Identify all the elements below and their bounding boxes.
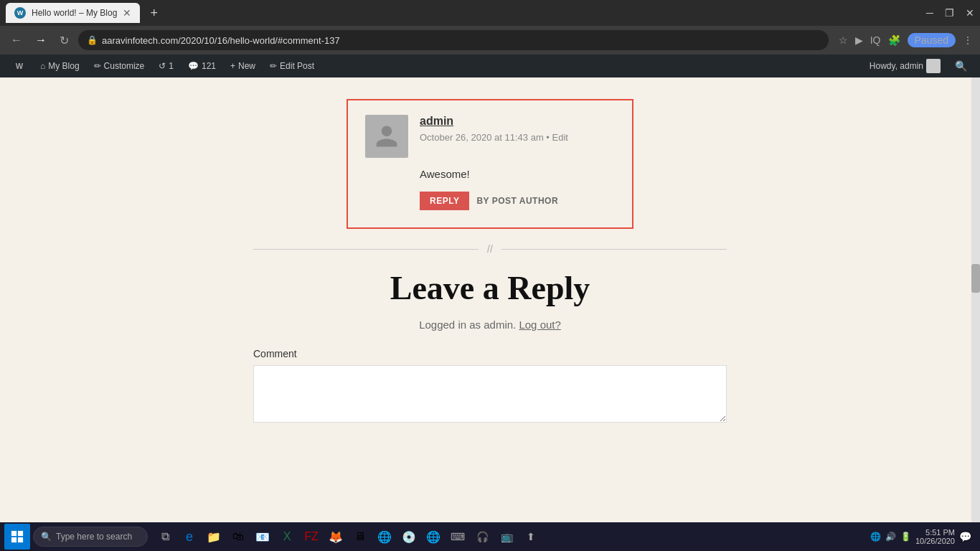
- logout-link[interactable]: Log out?: [519, 319, 560, 331]
- extensions-icon[interactable]: 🧩: [888, 34, 900, 46]
- section-divider: //: [239, 243, 741, 255]
- updates-count: 1: [169, 61, 174, 71]
- taskbar-network-icon: 🌐: [870, 532, 881, 542]
- windows-logo-icon: [11, 530, 24, 543]
- taskbar: 🔍 Type here to search ⧉ e 📁 🛍 📧 X FZ 🦊 🖥…: [0, 522, 980, 551]
- lock-icon: 🔒: [87, 35, 98, 45]
- taskbar-app-excel[interactable]: X: [275, 525, 298, 548]
- taskbar-app-firefox[interactable]: 🦊: [324, 525, 347, 548]
- svg-rect-3: [18, 537, 23, 542]
- iq-icon[interactable]: IQ: [870, 34, 881, 46]
- editpost-icon: ✏: [270, 61, 277, 71]
- adminbar-howdy[interactable]: Howdy, admin: [864, 55, 946, 77]
- taskbar-volume-icon: 🔊: [885, 532, 896, 542]
- taskview-button[interactable]: ⧉: [154, 525, 176, 548]
- url-text: aaravinfotech.com/2020/10/16/hello-world…: [102, 35, 340, 46]
- new-icon: +: [230, 61, 235, 71]
- adminbar-right: Howdy, admin 🔍: [864, 55, 973, 77]
- taskbar-app-more[interactable]: ⬆: [519, 525, 542, 548]
- comment-author[interactable]: admin: [420, 115, 615, 128]
- leave-reply-section: Leave a Reply Logged in as admin. Log ou…: [239, 269, 741, 425]
- forward-button[interactable]: →: [32, 32, 50, 48]
- avatar: [365, 115, 408, 158]
- divider-line-left: [253, 249, 479, 250]
- taskbar-app-vlc[interactable]: 📺: [495, 525, 518, 548]
- taskbar-app-filezilla[interactable]: FZ: [300, 525, 323, 548]
- media-icon[interactable]: ▶: [855, 34, 863, 46]
- comment-header: admin October 26, 2020 at 11:43 am • Edi…: [365, 115, 615, 158]
- taskbar-app-9[interactable]: 🌐: [373, 525, 396, 548]
- adminbar-search-icon[interactable]: 🔍: [949, 60, 973, 72]
- myblog-icon: ⌂: [40, 61, 45, 71]
- comment-textarea[interactable]: [253, 365, 727, 423]
- taskbar-battery-icon: 🔋: [900, 532, 911, 542]
- taskbar-app-keyboard[interactable]: ⌨: [446, 525, 469, 548]
- adminbar-updates[interactable]: ↺ 1: [153, 55, 179, 77]
- comment-date: October 26, 2020 at 11:43 am • Edit: [420, 132, 568, 143]
- taskbar-app-store[interactable]: 🛍: [227, 525, 250, 548]
- window-controls: ─ ❐ ✕: [926, 7, 974, 19]
- taskbar-app-edge[interactable]: e: [178, 525, 201, 548]
- logged-in-text: Logged in as admin. Log out?: [253, 319, 727, 331]
- scrollbar[interactable]: [971, 77, 980, 522]
- admin-avatar: [926, 59, 941, 73]
- new-tab-button[interactable]: +: [146, 4, 162, 22]
- bookmark-icon[interactable]: ☆: [839, 34, 848, 46]
- taskbar-app-headphones[interactable]: 🎧: [471, 525, 494, 548]
- tab-close-button[interactable]: ✕: [123, 7, 131, 19]
- adminbar-comments[interactable]: 💬 121: [182, 55, 222, 77]
- profile-button[interactable]: Paused: [908, 33, 956, 47]
- adminbar-editpost[interactable]: ✏ Edit Post: [264, 55, 320, 77]
- taskbar-app-files[interactable]: 📁: [202, 525, 225, 548]
- adminbar-myblog[interactable]: ⌂ My Blog: [34, 55, 85, 77]
- taskbar-app-cd[interactable]: 💿: [397, 525, 420, 548]
- svg-rect-2: [11, 537, 17, 542]
- taskbar-app-chrome[interactable]: 🌐: [422, 525, 445, 548]
- reply-button[interactable]: REPLY: [420, 192, 469, 210]
- taskbar-app-mail[interactable]: 📧: [251, 525, 274, 548]
- clock-time: 5:51 PM: [925, 528, 955, 537]
- adminbar-new[interactable]: + New: [225, 55, 261, 77]
- editpost-label: Edit Post: [280, 61, 314, 71]
- scrollbar-thumb[interactable]: [971, 264, 980, 293]
- leave-reply-title: Leave a Reply: [253, 269, 727, 307]
- comment-section: admin October 26, 2020 at 11:43 am • Edi…: [347, 99, 633, 229]
- taskbar-app-8[interactable]: 🖥: [349, 525, 372, 548]
- taskbar-icons: ⧉ e 📁 🛍 📧 X FZ 🦊 🖥 🌐 💿 🌐 ⌨ 🎧 📺 ⬆: [154, 525, 542, 548]
- by-post-author-label: BY POST AUTHOR: [476, 196, 558, 206]
- tab-title: Hello world! – My Blog: [32, 8, 117, 18]
- wp-adminbar: W ⌂ My Blog ✏ Customize ↺ 1 💬 121 + New …: [0, 55, 980, 77]
- adminbar-customize[interactable]: ✏ Customize: [88, 55, 151, 77]
- refresh-button[interactable]: ↻: [56, 32, 72, 49]
- new-label: New: [238, 61, 255, 71]
- minimize-button[interactable]: ─: [926, 7, 933, 19]
- page-content: admin October 26, 2020 at 11:43 am • Edi…: [0, 77, 980, 522]
- comment-label: Comment: [253, 348, 727, 359]
- browser-tab[interactable]: W Hello world! – My Blog ✕: [6, 3, 140, 23]
- comment-form: Comment: [253, 348, 727, 425]
- notification-icon[interactable]: 💬: [959, 531, 971, 542]
- browser-menu-icon[interactable]: ⋮: [963, 34, 973, 46]
- addressbar-actions: ☆ ▶ IQ 🧩 Paused ⋮: [839, 33, 973, 47]
- content-wrapper: admin October 26, 2020 at 11:43 am • Edi…: [167, 99, 813, 425]
- myblog-label: My Blog: [48, 61, 79, 71]
- comments-count: 121: [202, 61, 216, 71]
- address-bar: ← → ↻ 🔒 aaravinfotech.com/2020/10/16/hel…: [0, 26, 980, 55]
- updates-icon: ↺: [159, 61, 166, 71]
- customize-icon: ✏: [94, 61, 101, 71]
- svg-rect-1: [18, 531, 23, 536]
- start-button[interactable]: [4, 524, 30, 550]
- maximize-button[interactable]: ❐: [945, 7, 954, 19]
- wp-logo-item[interactable]: W: [7, 55, 32, 77]
- back-button[interactable]: ←: [7, 32, 26, 48]
- clock-date: 10/26/2020: [915, 537, 955, 545]
- taskbar-search[interactable]: 🔍 Type here to search: [33, 527, 148, 547]
- close-button[interactable]: ✕: [966, 7, 974, 19]
- svg-rect-0: [11, 531, 17, 536]
- address-box[interactable]: 🔒 aaravinfotech.com/2020/10/16/hello-wor…: [78, 30, 829, 50]
- comment-edit-link[interactable]: Edit: [552, 132, 568, 143]
- search-placeholder: Type here to search: [56, 532, 132, 542]
- comments-icon: 💬: [188, 61, 199, 71]
- taskbar-clock[interactable]: 5:51 PM 10/26/2020: [915, 528, 955, 545]
- comment-meta: admin October 26, 2020 at 11:43 am • Edi…: [420, 115, 615, 143]
